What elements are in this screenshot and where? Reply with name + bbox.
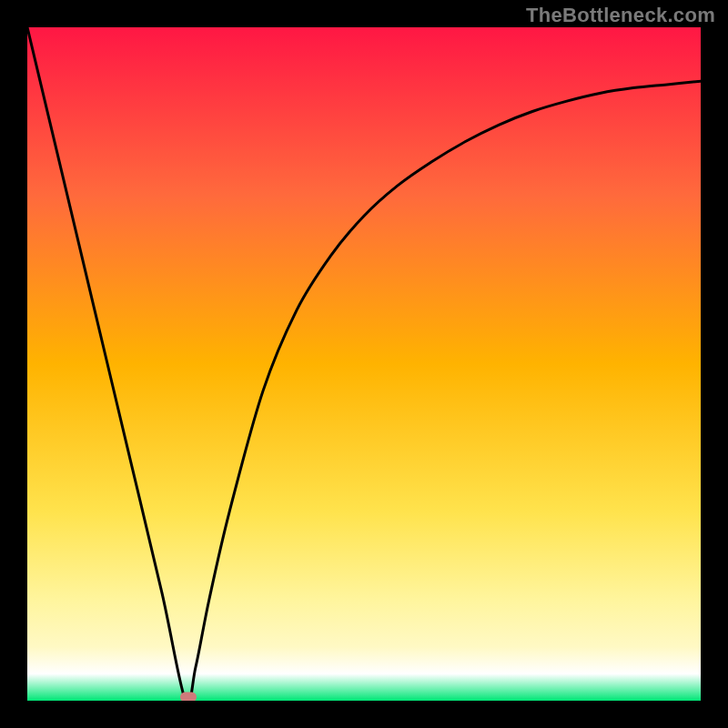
optimal-point-marker: [180, 693, 197, 701]
chart-frame: TheBottleneck.com: [0, 0, 728, 728]
plot-area: [27, 27, 701, 701]
attribution-label: TheBottleneck.com: [526, 4, 715, 27]
bottleneck-curve: [27, 27, 701, 701]
